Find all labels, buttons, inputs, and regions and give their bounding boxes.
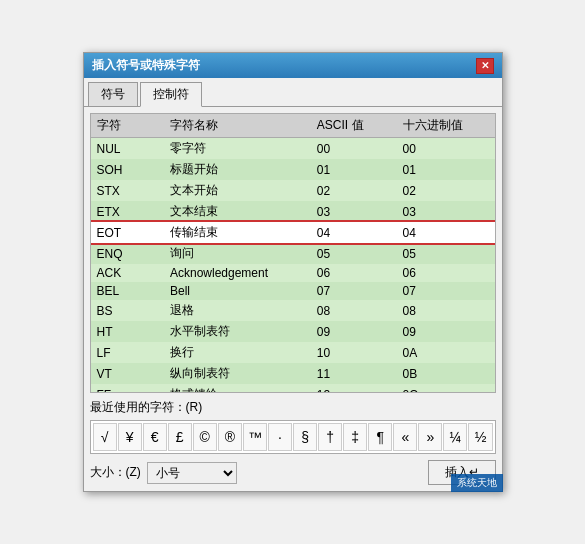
table-header: 字符 字符名称 ASCII 值 十六进制值 xyxy=(91,114,495,138)
cell-hex: 05 xyxy=(397,243,495,264)
table-row[interactable]: SOH 标题开始 01 01 xyxy=(91,159,495,180)
cell-ascii: 11 xyxy=(311,363,397,384)
size-select[interactable]: 小号 中号 大号 xyxy=(147,462,237,484)
cell-hex: 01 xyxy=(397,159,495,180)
cell-ascii: 08 xyxy=(311,300,397,321)
cell-ascii: 10 xyxy=(311,342,397,363)
table-row[interactable]: ACK Acknowledgement 06 06 xyxy=(91,264,495,282)
recent-symbol-cell[interactable]: ¶ xyxy=(368,423,392,451)
cell-ascii: 06 xyxy=(311,264,397,282)
cell-name: Bell xyxy=(164,282,311,300)
cell-ascii: 09 xyxy=(311,321,397,342)
cell-ascii: 05 xyxy=(311,243,397,264)
cell-name: 换行 xyxy=(164,342,311,363)
cell-char: ETX xyxy=(91,201,164,222)
cell-name: 零字符 xyxy=(164,138,311,160)
cell-name: 退格 xyxy=(164,300,311,321)
recent-symbol-cell[interactable]: € xyxy=(143,423,167,451)
recent-symbols-row: √¥€£©®™·§†‡¶«»¼½ xyxy=(90,420,496,454)
recent-symbol-cell[interactable]: ½ xyxy=(468,423,492,451)
close-button[interactable]: ✕ xyxy=(476,58,494,74)
table-row[interactable]: STX 文本开始 02 02 xyxy=(91,180,495,201)
recent-symbol-cell[interactable]: ® xyxy=(218,423,242,451)
table-row[interactable]: EOT 传输结束 04 04 xyxy=(91,222,495,243)
recent-symbol-cell[interactable]: † xyxy=(318,423,342,451)
insert-symbol-dialog: 插入符号或特殊字符 ✕ 符号 控制符 字符 字符名称 ASCII 值 xyxy=(83,52,503,492)
cell-ascii: 04 xyxy=(311,222,397,243)
character-table: 字符 字符名称 ASCII 值 十六进制值 NUL 零字符 00 00 SOH … xyxy=(91,114,495,393)
table-row[interactable]: NUL 零字符 00 00 xyxy=(91,138,495,160)
col-header-ascii: ASCII 值 xyxy=(311,114,397,138)
cell-char: BEL xyxy=(91,282,164,300)
cell-name: 传输结束 xyxy=(164,222,311,243)
cell-hex: 09 xyxy=(397,321,495,342)
cell-hex: 04 xyxy=(397,222,495,243)
recent-label-text: 最近使用的字符： xyxy=(90,400,186,414)
recent-label: 最近使用的字符：(R) xyxy=(90,399,496,416)
cell-name: Acknowledgement xyxy=(164,264,311,282)
recent-symbol-cell[interactable]: · xyxy=(268,423,292,451)
cell-char: BS xyxy=(91,300,164,321)
recent-symbol-cell[interactable]: £ xyxy=(168,423,192,451)
tab-symbol[interactable]: 符号 xyxy=(88,82,138,106)
recent-symbol-cell[interactable]: » xyxy=(418,423,442,451)
table-row[interactable]: LF 换行 10 0A xyxy=(91,342,495,363)
col-header-name: 字符名称 xyxy=(164,114,311,138)
table-row[interactable]: ETX 文本结束 03 03 xyxy=(91,201,495,222)
col-header-char: 字符 xyxy=(91,114,164,138)
table-body: NUL 零字符 00 00 SOH 标题开始 01 01 STX 文本开始 02… xyxy=(91,138,495,394)
col-header-hex: 十六进制值 xyxy=(397,114,495,138)
cell-char: EOT xyxy=(91,222,164,243)
recent-symbol-cell[interactable]: ™ xyxy=(243,423,267,451)
cell-name: 文本结束 xyxy=(164,201,311,222)
cell-name: 标题开始 xyxy=(164,159,311,180)
cell-char: VT xyxy=(91,363,164,384)
cell-char: HT xyxy=(91,321,164,342)
cell-hex: 00 xyxy=(397,138,495,160)
recent-symbol-cell[interactable]: √ xyxy=(93,423,117,451)
recent-symbol-cell[interactable]: § xyxy=(293,423,317,451)
tab-bar: 符号 控制符 xyxy=(84,78,502,107)
cell-name: 格式馈给 xyxy=(164,384,311,393)
cell-ascii: 00 xyxy=(311,138,397,160)
table-row[interactable]: BS 退格 08 08 xyxy=(91,300,495,321)
cell-char: FF xyxy=(91,384,164,393)
character-table-container[interactable]: 字符 字符名称 ASCII 值 十六进制值 NUL 零字符 00 00 SOH … xyxy=(90,113,496,393)
recent-symbol-cell[interactable]: « xyxy=(393,423,417,451)
dialog-content: 字符 字符名称 ASCII 值 十六进制值 NUL 零字符 00 00 SOH … xyxy=(84,107,502,491)
cell-hex: 0A xyxy=(397,342,495,363)
bottom-row: 大小：(Z) 小号 中号 大号 插入↵ xyxy=(90,460,496,485)
cell-hex: 02 xyxy=(397,180,495,201)
recent-shortcut: (R) xyxy=(186,400,203,414)
cell-hex: 07 xyxy=(397,282,495,300)
cell-char: ENQ xyxy=(91,243,164,264)
cell-name: 纵向制表符 xyxy=(164,363,311,384)
cell-char: STX xyxy=(91,180,164,201)
tab-control[interactable]: 控制符 xyxy=(140,82,202,107)
cell-char: LF xyxy=(91,342,164,363)
cell-char: NUL xyxy=(91,138,164,160)
recent-symbol-cell[interactable]: © xyxy=(193,423,217,451)
table-row[interactable]: BEL Bell 07 07 xyxy=(91,282,495,300)
title-bar: 插入符号或特殊字符 ✕ xyxy=(84,53,502,78)
recent-symbol-cell[interactable]: ¥ xyxy=(118,423,142,451)
cell-ascii: 01 xyxy=(311,159,397,180)
dialog-title: 插入符号或特殊字符 xyxy=(92,57,200,74)
table-row[interactable]: VT 纵向制表符 11 0B xyxy=(91,363,495,384)
cell-name: 水平制表符 xyxy=(164,321,311,342)
table-row[interactable]: FF 格式馈给 12 0C xyxy=(91,384,495,393)
cell-hex: 03 xyxy=(397,201,495,222)
watermark: 系统天地 xyxy=(451,474,503,492)
recent-symbol-cell[interactable]: ‡ xyxy=(343,423,367,451)
cell-char: ACK xyxy=(91,264,164,282)
table-row[interactable]: ENQ 询问 05 05 xyxy=(91,243,495,264)
cell-hex: 06 xyxy=(397,264,495,282)
cell-ascii: 12 xyxy=(311,384,397,393)
cell-name: 询问 xyxy=(164,243,311,264)
recent-symbol-cell[interactable]: ¼ xyxy=(443,423,467,451)
cell-hex: 08 xyxy=(397,300,495,321)
cell-hex: 0C xyxy=(397,384,495,393)
cell-name: 文本开始 xyxy=(164,180,311,201)
cell-ascii: 07 xyxy=(311,282,397,300)
table-row[interactable]: HT 水平制表符 09 09 xyxy=(91,321,495,342)
